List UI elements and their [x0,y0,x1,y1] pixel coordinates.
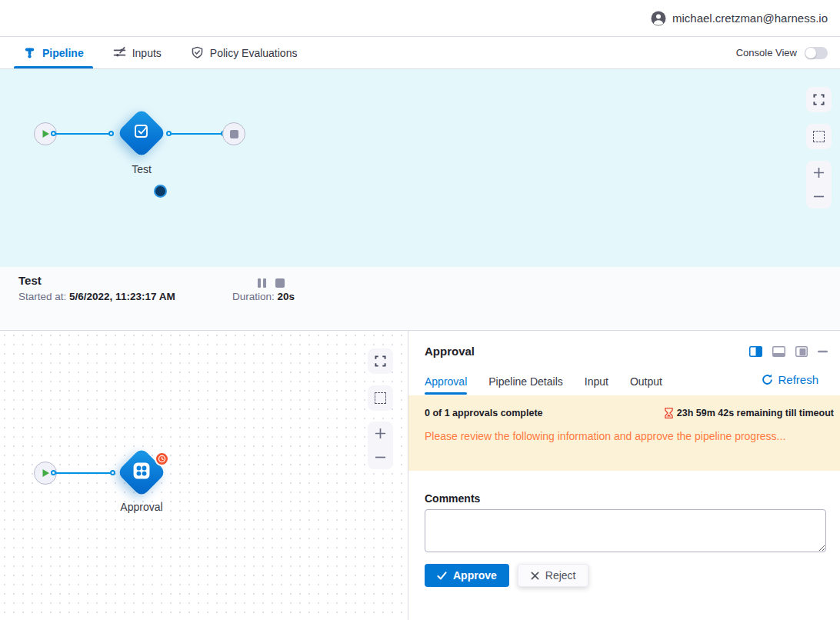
comments-label: Comments [425,492,480,505]
fit-to-screen-icon [375,392,386,404]
timeout-remaining: 23h 59m 42s remaining till timeout [665,408,834,418]
plus-icon [813,167,825,178]
edge-dot [166,131,172,136]
layout-panel-button[interactable] [795,346,808,357]
approve-button[interactable]: Approve [425,564,509,587]
fullscreen-button[interactable] [806,87,832,112]
tab-policy-evaluations-label: Policy Evaluations [210,47,298,59]
pipeline-end-node[interactable] [222,122,245,145]
shield-check-icon [191,46,204,59]
execution-status-bar: Test Started at: 5/6/2022, 11:23:17 AM D… [0,267,840,331]
pipeline-icon [23,46,36,59]
toggle-knob [805,48,816,58]
fit-to-screen-icon [813,131,825,142]
play-icon [42,129,50,138]
pause-button[interactable] [258,278,266,288]
started-at-value: 5/6/2022, 11:23:17 AM [69,291,175,302]
panel-tab-output[interactable]: Output [630,375,662,395]
refresh-label: Refresh [778,373,818,386]
panel-tab-input[interactable]: Input [585,375,608,395]
zoom-in-button[interactable] [368,422,393,445]
duration: Duration: 20s [232,291,295,302]
stage-test-icon [132,122,151,144]
top-header: michael.cretzman@harness.io [0,0,840,37]
edge-dot [51,131,56,136]
plus-icon [375,428,386,439]
approve-label: Approve [453,569,497,582]
stage-node-test[interactable] [116,108,166,158]
started-at: Started at: 5/6/2022, 11:23:17 AM [18,291,175,302]
console-view-control: Console View [736,37,828,68]
execution-title: Test [18,274,42,287]
reject-label: Reject [545,569,576,582]
edge-start-to-test [54,133,112,135]
check-icon [437,572,447,580]
approval-step-icon [132,462,152,484]
console-view-toggle[interactable] [805,47,828,59]
zoom-controls [806,161,832,208]
execution-actions [258,278,285,288]
hourglass-icon [665,408,673,418]
panel-tab-pipeline-details[interactable]: Pipeline Details [488,375,563,395]
approval-message: Please review the following information … [425,430,834,442]
zoom-controls [368,422,393,469]
stage-graph-canvas[interactable]: Approval [0,331,408,620]
execution-tabbar: Pipeline Inputs Policy Evaluations Conso… [0,37,840,69]
zoom-out-button[interactable] [368,445,393,469]
tab-pipeline-label: Pipeline [42,47,84,59]
play-icon [42,468,50,478]
duration-label: Duration: [232,291,275,302]
refresh-button[interactable]: Refresh [762,373,818,386]
edge-dot [110,470,115,475]
duration-value: 20s [278,291,295,302]
zoom-out-button[interactable] [806,185,832,208]
abort-button[interactable] [275,278,285,288]
fit-to-screen-button[interactable] [806,124,832,149]
stage-detail-section: Approval Approval [0,331,840,620]
inputs-icon [113,46,126,59]
fullscreen-button[interactable] [368,348,393,374]
tab-inputs-label: Inputs [132,47,162,59]
layout-split-bottom-button[interactable] [772,346,785,357]
panel-title: Approval [425,345,475,358]
user-email: michael.cretzman@harness.io [672,12,828,25]
comments-input[interactable] [425,509,826,552]
minus-icon [375,452,386,463]
tab-inputs[interactable]: Inputs [108,37,166,68]
tab-policy-evaluations[interactable]: Policy Evaluations [186,37,302,68]
fit-to-screen-button[interactable] [368,385,393,411]
minus-icon [813,191,825,202]
close-icon [531,572,539,580]
refresh-icon [762,374,773,385]
step-label-approval: Approval [88,501,195,513]
minimize-panel-button[interactable] [818,350,828,353]
edge-test-to-end [169,133,225,135]
started-at-label: Started at: [18,291,66,302]
timeout-remaining-text: 23h 59m 42s remaining till timeout [677,408,834,418]
approval-actions: Approve Reject [425,564,588,587]
reject-button[interactable]: Reject [518,564,589,587]
user-menu[interactable]: michael.cretzman@harness.io [651,11,828,26]
fullscreen-icon [813,94,825,105]
edge-dot [108,131,114,136]
fullscreen-icon [375,355,386,367]
approvals-complete-text: 0 of 1 approvals complete [425,408,543,418]
step-details-panel: Approval Approval Pipeline Details In [408,331,840,620]
layout-split-right-button[interactable] [749,346,762,357]
panel-window-controls [749,346,828,357]
tab-pipeline[interactable]: Pipeline [18,37,88,68]
panel-tab-approval[interactable]: Approval [425,375,467,395]
pipeline-graph-canvas[interactable]: Test [0,69,840,267]
stop-square-icon [230,130,238,138]
stage-label-test: Test [88,163,195,175]
panel-tabs: Approval Pipeline Details Input Output [425,375,684,395]
waiting-badge-icon [155,452,169,466]
stage-running-badge [154,185,167,198]
edge-start-to-approval [54,472,113,474]
zoom-in-button[interactable] [806,161,832,185]
approval-banner: 0 of 1 approvals complete 23h 59m 42s re… [408,395,840,471]
edge-dot [51,470,56,475]
user-avatar-icon [651,11,666,26]
console-view-label: Console View [736,47,797,58]
app-root: michael.cretzman@harness.io Pipeline Inp… [0,0,840,620]
